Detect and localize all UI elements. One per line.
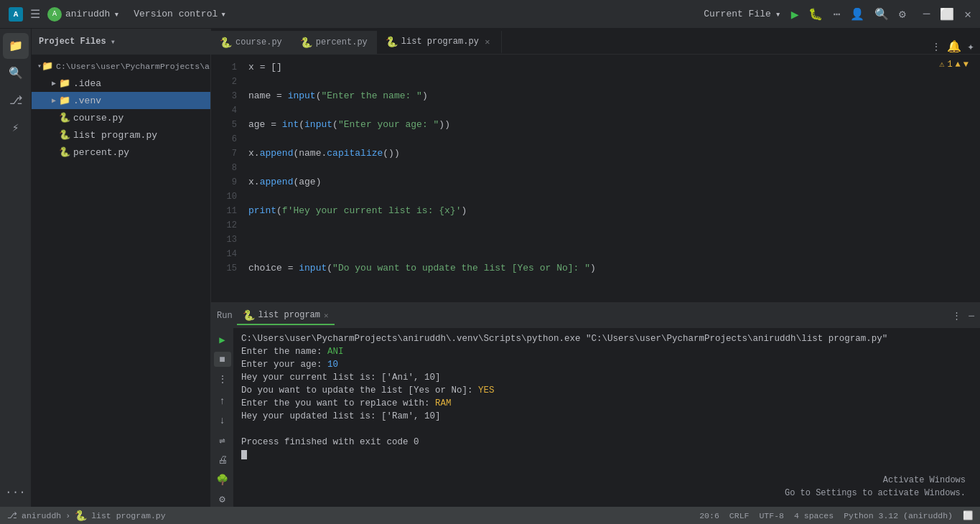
sidebar-item-search[interactable]: 🔍 xyxy=(3,60,29,86)
py-dot-percent: 🐍 xyxy=(300,37,312,49)
scroll-up-icon[interactable]: ↑ xyxy=(214,394,231,409)
tab-overflow-dots[interactable]: ⋮ xyxy=(931,41,941,53)
file-tree: ▾ 📁 C:\Users\user\PycharmProjects\anirud… xyxy=(32,55,210,507)
titlebar-center: Version control ▾ xyxy=(119,9,704,20)
version-control-chevron: ▾ xyxy=(220,9,226,20)
minimize-button[interactable]: ─ xyxy=(923,8,930,21)
hamburger-menu[interactable]: ☰ xyxy=(30,7,40,22)
avatar: A xyxy=(47,7,62,22)
py-listprogram-icon: 🐍 xyxy=(59,129,70,141)
terminal-line-cursor xyxy=(241,449,973,462)
terminal-line-replace: Enter the you want to replace with: RAM xyxy=(241,397,973,410)
ai-icon[interactable]: ✦ xyxy=(967,39,974,54)
folder-idea-icon: 📁 xyxy=(59,78,70,89)
tree-item-venv[interactable]: ▶ 📁 .venv xyxy=(32,92,210,109)
run-label: Run xyxy=(217,311,233,321)
terminal-tab-py-icon: 🐍 xyxy=(243,309,255,322)
sidebar-item-git[interactable]: ⎇ xyxy=(3,88,29,113)
tab-percent-label: percent.py xyxy=(316,37,368,47)
status-git-icon[interactable]: ⎇ xyxy=(7,510,17,520)
tree-root[interactable]: ▾ 📁 C:\Users\user\PycharmProjects\anirud… xyxy=(32,57,210,75)
tree-item-percent[interactable]: 🐍 percent.py xyxy=(32,144,210,161)
tree-item-list-program[interactable]: 🐍 list program.py xyxy=(32,126,210,144)
terminal-tab-close-icon[interactable]: ✕ xyxy=(324,311,329,320)
status-indent[interactable]: 4 spaces xyxy=(794,511,834,520)
py-course-icon: 🐍 xyxy=(59,112,70,123)
search-icon[interactable]: 🔍 xyxy=(874,7,889,22)
soft-wrap-icon[interactable]: ⇌ xyxy=(214,433,231,448)
status-username[interactable]: aniruddh xyxy=(22,511,61,520)
tree-course-label: course.py xyxy=(73,113,123,123)
tree-item-course[interactable]: 🐍 course.py xyxy=(32,109,210,126)
run-restart-icon[interactable]: ▶ xyxy=(214,332,231,347)
terminal-line-list: Hey your current list is: ['Ani', 10] xyxy=(241,371,973,384)
tree-listprogram-label: list program.py xyxy=(73,130,157,141)
status-interpreter[interactable]: Python 3.12 (aniruddh) xyxy=(844,511,953,520)
more-options-icon[interactable]: ⋯ xyxy=(833,7,840,22)
file-tree-panel: Project Files ▾ ▾ 📁 C:\Users\user\Pychar… xyxy=(32,29,211,507)
tab-bar-extra: ⋮ 🔔 ✦ xyxy=(931,39,980,54)
terminal-line-updated: Hey your updated list is: ['Ram', 10] xyxy=(241,410,973,423)
terminal-options-icon[interactable]: ⋮ xyxy=(952,310,961,322)
tab-list-program[interactable]: 🐍 list program.py ✕ xyxy=(377,31,502,54)
scroll-down-icon[interactable]: ↓ xyxy=(214,413,231,429)
status-position[interactable]: 20:6 xyxy=(699,511,719,520)
close-button[interactable]: ✕ xyxy=(964,7,971,22)
terminal-minimize-icon[interactable]: ─ xyxy=(969,311,974,322)
terminal-line-cmd: C:\Users\user\PycharmProjects\aniruddh\.… xyxy=(241,332,973,345)
debug-button[interactable]: 🐛 xyxy=(808,7,823,22)
code-editor[interactable]: 12345 678910 1112131415 x = [] name = in… xyxy=(211,55,980,302)
tree-view-icon[interactable]: 🌳 xyxy=(214,472,231,487)
status-file[interactable]: list program.py xyxy=(91,511,166,520)
tree-item-idea[interactable]: ▶ 📁 .idea xyxy=(32,75,210,92)
warning-chevron-up[interactable]: ▲ xyxy=(956,60,961,70)
terminal-body: C:\Users\user\PycharmProjects\aniruddh\.… xyxy=(234,328,980,507)
tab-close-listprogram[interactable]: ✕ xyxy=(482,37,493,47)
sidebar-item-files[interactable]: 📁 xyxy=(3,33,29,59)
tree-venv-arrow: ▶ xyxy=(49,96,59,105)
chevron-down-icon: ▾ xyxy=(113,9,119,20)
sidebar-item-more[interactable]: ··· xyxy=(3,479,29,505)
panel-title: Project Files xyxy=(39,37,106,47)
status-encoding[interactable]: UTF-8 xyxy=(759,511,784,520)
tree-percent-label: percent.py xyxy=(73,147,129,158)
run-more-icon[interactable]: ⋮ xyxy=(214,371,231,386)
terminal-header: Run 🐍 list program ✕ ⋮ ─ xyxy=(211,304,980,328)
run-config-chevron: ▾ xyxy=(775,9,781,20)
sidebar-item-plugins[interactable]: ⚡ xyxy=(3,115,29,141)
sidebar-icon-bar: 📁 🔍 ⎇ ⚡ ··· xyxy=(0,29,32,507)
version-control[interactable]: Version control ▾ xyxy=(134,9,226,20)
warning-chevron-down[interactable]: ▼ xyxy=(963,60,969,70)
status-py-icon: 🐍 xyxy=(75,510,87,522)
status-expand-icon[interactable]: ⬜ xyxy=(963,510,973,520)
app-icon: A xyxy=(9,7,23,22)
panel-header: Project Files ▾ xyxy=(32,29,210,55)
user-badge: A aniruddh ▾ xyxy=(47,7,119,22)
tab-course-label: course.py xyxy=(235,37,282,47)
editor-area: 🐍 course.py 🐍 percent.py 🐍 list program.… xyxy=(211,29,980,507)
run-stop-icon[interactable]: ■ xyxy=(214,352,231,367)
line-numbers: 12345 678910 1112131415 xyxy=(211,55,243,302)
tab-bar: 🐍 course.py 🐍 percent.py 🐍 list program.… xyxy=(211,29,980,55)
gear-icon[interactable]: ⚙ xyxy=(214,492,231,507)
tab-listprogram-label: list program.py xyxy=(401,37,479,47)
settings-gear-icon[interactable]: ⚙ xyxy=(899,7,906,22)
username-label: aniruddh xyxy=(65,9,110,19)
maximize-button[interactable]: ⬜ xyxy=(940,7,954,22)
run-button[interactable]: ▶ xyxy=(791,6,799,22)
main-content: 📁 🔍 ⎇ ⚡ ··· Project Files ▾ ▾ 📁 C:\Users… xyxy=(0,29,980,507)
code-content[interactable]: x = [] name = input("Enter the name: ") … xyxy=(243,55,980,302)
terminal-tab-list-program[interactable]: 🐍 list program ✕ xyxy=(237,307,335,325)
notifications-icon[interactable]: 🔔 xyxy=(947,39,961,54)
terminal-tab-label: list program xyxy=(258,310,320,320)
warning-area: ⚠ 1 ▲ ▼ xyxy=(939,59,969,70)
status-line-ending[interactable]: CRLF xyxy=(729,511,750,520)
run-config[interactable]: Current File ▾ xyxy=(704,9,780,20)
win-activate-line1: Activate Windows xyxy=(785,474,966,487)
panel-dropdown-icon: ▾ xyxy=(111,37,116,47)
add-profile-icon[interactable]: 👤 xyxy=(850,7,864,22)
tab-percent[interactable]: 🐍 percent.py xyxy=(291,31,377,54)
tab-course[interactable]: 🐍 course.py xyxy=(211,31,291,54)
py-percent-icon: 🐍 xyxy=(59,146,70,158)
print-icon[interactable]: 🖨 xyxy=(214,452,231,467)
